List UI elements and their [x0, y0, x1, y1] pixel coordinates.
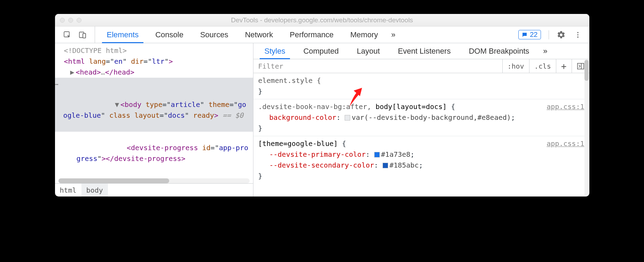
crumb-html[interactable]: html [55, 184, 81, 196]
color-swatch[interactable] [345, 115, 350, 121]
traffic-minimize[interactable] [68, 18, 73, 23]
dom-html-open[interactable]: <html lang="en" dir="ltr"> [55, 56, 253, 67]
tab-performance[interactable]: Performance [281, 26, 342, 43]
more-menu-icon[interactable] [573, 30, 582, 39]
filter-bar: :hov .cls + [253, 59, 589, 73]
crumb-body[interactable]: body [81, 184, 108, 196]
tab-console[interactable]: Console [147, 26, 192, 43]
subtabs-overflow-icon[interactable]: » [538, 43, 552, 59]
subtab-event-listeners[interactable]: Event Listeners [389, 43, 460, 59]
subtab-dom-breakpoints[interactable]: DOM Breakpoints [460, 43, 539, 59]
main-tabs: Elements Console Sources Network Perform… [95, 26, 512, 43]
subtab-layout[interactable]: Layout [348, 43, 389, 59]
styles-subtabs: Styles Computed Layout Event Listeners D… [253, 43, 589, 59]
tab-memory[interactable]: Memory [342, 26, 386, 43]
svg-point-4 [577, 32, 579, 33]
subtab-computed[interactable]: Computed [294, 43, 348, 59]
settings-gear-icon[interactable] [557, 30, 566, 39]
traffic-lights [55, 18, 81, 23]
messages-count: 22 [530, 31, 537, 39]
traffic-zoom[interactable] [77, 18, 81, 23]
window-title: DevTools - developers.google.com/web/too… [55, 16, 589, 24]
prop-primary-color[interactable]: --devsite-primary-color: #1a73e8; [258, 149, 584, 160]
dom-devsite-progress[interactable]: <devsite-progress id="app-progress"></de… [55, 132, 253, 175]
inspect-element-icon[interactable] [63, 30, 72, 39]
devtools-window: DevTools - developers.google.com/web/too… [55, 14, 589, 196]
subtab-styles[interactable]: Styles [256, 43, 294, 59]
tab-elements[interactable]: Elements [99, 26, 147, 43]
stage: DevTools - developers.google.com/web/too… [55, 14, 589, 196]
styles-vertical-scrollbar[interactable] [584, 59, 589, 196]
divider [549, 30, 549, 39]
panes: <!DOCTYPE html> <html lang="en" dir="ltr… [55, 43, 589, 196]
dom-horizontal-scrollbar[interactable] [58, 178, 250, 183]
rule-source-link[interactable]: app.css:1 [547, 138, 584, 149]
svg-rect-7 [577, 63, 583, 69]
dom-tree[interactable]: <!DOCTYPE html> <html lang="en" dir="ltr… [55, 43, 253, 177]
messages-badge[interactable]: 22 [518, 30, 541, 39]
cls-toggle[interactable]: .cls [529, 59, 556, 73]
device-toolbar-icon[interactable] [78, 30, 87, 39]
styles-filter-input[interactable] [253, 59, 503, 73]
tab-network[interactable]: Network [237, 26, 282, 43]
color-swatch[interactable] [374, 152, 380, 157]
styles-pane: Styles Computed Layout Event Listeners D… [253, 43, 589, 196]
color-swatch[interactable] [383, 163, 388, 168]
svg-point-6 [577, 36, 579, 38]
traffic-close[interactable] [60, 18, 65, 23]
tabs-overflow-icon[interactable]: » [386, 26, 400, 43]
toolbar-left [55, 26, 95, 43]
new-style-rule-button[interactable]: + [556, 59, 572, 73]
rule-theme-google-blue[interactable]: app.css:1 [theme=google-blue] { --devsit… [253, 136, 589, 184]
rule-source-link[interactable]: app.css:1 [547, 101, 584, 112]
rule-body-layout-docs[interactable]: app.css:1 .devsite-book-nav-bg:after, bo… [253, 99, 589, 136]
dom-body-open[interactable]: ⋯ ▼<body type="article" theme="google-bl… [55, 78, 253, 132]
main-toolbar: Elements Console Sources Network Perform… [55, 26, 589, 43]
dom-head-collapsed[interactable]: ▶<head>…</head> [55, 67, 253, 78]
title-bar: DevTools - developers.google.com/web/too… [55, 14, 589, 26]
svg-point-5 [577, 34, 579, 36]
prop-background-color[interactable]: background-color: var(--devsite-body-bac… [258, 112, 584, 123]
dom-tree-pane: <!DOCTYPE html> <html lang="en" dir="ltr… [55, 43, 253, 196]
selected-dots-icon: ⋯ [55, 79, 58, 90]
rule-element-style[interactable]: element.style { } [253, 73, 589, 99]
dom-section-open[interactable]: ▼<section class="devsite-wrapper"> [55, 175, 253, 177]
breadcrumbs: html body [55, 183, 253, 196]
svg-rect-2 [83, 33, 86, 38]
tab-sources[interactable]: Sources [192, 26, 237, 43]
toolbar-right: 22 [511, 26, 589, 43]
hov-toggle[interactable]: :hov [503, 59, 529, 73]
style-rules: element.style { } app.css:1 .devsite-boo… [253, 73, 589, 196]
prop-secondary-color[interactable]: --devsite-secondary-color: #185abc; [258, 160, 584, 171]
dom-doctype[interactable]: <!DOCTYPE html> [55, 45, 253, 56]
